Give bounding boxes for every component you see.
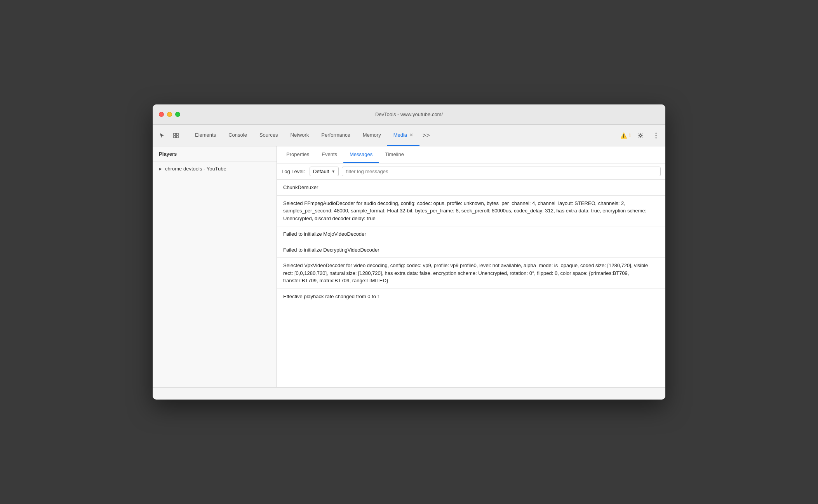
toolbar-icon-group	[156, 129, 187, 142]
message-text: Selected FFmpegAudioDecoder for audio de…	[283, 200, 646, 221]
status-bar	[153, 387, 665, 400]
cursor-icon[interactable]	[156, 129, 168, 142]
tab-media-close[interactable]: ✕	[409, 132, 413, 138]
svg-rect-0	[174, 133, 176, 135]
tab-memory[interactable]: Memory	[357, 125, 387, 146]
toolbar-right: ⚠️ 1	[617, 129, 662, 142]
tab-sources[interactable]: Sources	[253, 125, 284, 146]
filter-input[interactable]	[342, 167, 661, 176]
panel: Properties Events Messages Timeline Log …	[277, 146, 665, 387]
sidebar-arrow-icon: ▶	[159, 167, 162, 171]
kebab-menu-icon[interactable]	[650, 129, 662, 142]
more-tabs-button[interactable]: >>	[419, 132, 433, 139]
minimize-button[interactable]	[167, 112, 172, 117]
sidebar: Players ▶ chrome devtools - YouTube	[153, 146, 277, 387]
close-button[interactable]	[159, 112, 164, 117]
traffic-lights	[159, 112, 180, 117]
main-tabs: Elements Console Sources Network Perform…	[189, 125, 617, 146]
sidebar-header: Players	[153, 146, 277, 162]
message-text: ChunkDemuxer	[283, 184, 318, 190]
message-text: Selected VpxVideoDecoder for video decod…	[283, 262, 648, 283]
svg-point-5	[656, 132, 657, 134]
svg-rect-2	[174, 136, 176, 138]
devtools-window: DevTools - www.youtube.com/ Elements	[153, 104, 665, 400]
svg-rect-1	[176, 133, 178, 135]
messages-list: ChunkDemuxer Selected FFmpegAudioDecoder…	[277, 180, 665, 387]
sidebar-item-label: chrome devtools - YouTube	[165, 166, 226, 172]
log-level-select[interactable]: Default ▼	[310, 167, 339, 176]
inspect-icon[interactable]	[170, 129, 182, 142]
window-title: DevTools - www.youtube.com/	[375, 111, 443, 117]
tab-messages[interactable]: Messages	[343, 146, 379, 163]
log-level-value: Default	[313, 169, 329, 174]
message-row: Failed to initialize MojoVideoDecoder	[277, 226, 665, 242]
tab-events[interactable]: Events	[315, 146, 343, 163]
message-row: Effective playback rate changed from 0 t…	[277, 289, 665, 304]
message-text: Failed to initialize MojoVideoDecoder	[283, 231, 366, 237]
message-row: Selected VpxVideoDecoder for video decod…	[277, 258, 665, 289]
toolbar: Elements Console Sources Network Perform…	[153, 125, 665, 146]
maximize-button[interactable]	[175, 112, 180, 117]
warning-count: 1	[628, 133, 631, 138]
message-text: Failed to initialize DecryptingVideoDeco…	[283, 247, 379, 253]
svg-point-4	[640, 134, 642, 136]
message-text: Effective playback rate changed from 0 t…	[283, 294, 380, 299]
tab-performance[interactable]: Performance	[315, 125, 356, 146]
dropdown-arrow-icon: ▼	[331, 169, 335, 174]
svg-rect-3	[176, 136, 178, 138]
sub-tabs: Properties Events Messages Timeline	[277, 146, 665, 163]
warning-badge[interactable]: ⚠️ 1	[620, 132, 631, 139]
svg-point-7	[656, 137, 657, 138]
settings-icon[interactable]	[634, 129, 647, 142]
log-level-bar: Log Level: Default ▼	[277, 163, 665, 180]
tab-elements[interactable]: Elements	[189, 125, 222, 146]
message-row: ChunkDemuxer	[277, 180, 665, 196]
tab-media[interactable]: Media ✕	[387, 125, 419, 146]
title-bar: DevTools - www.youtube.com/	[153, 104, 665, 125]
main-content: Players ▶ chrome devtools - YouTube Prop…	[153, 146, 665, 387]
tab-network[interactable]: Network	[284, 125, 315, 146]
tab-properties[interactable]: Properties	[280, 146, 315, 163]
message-row: Selected FFmpegAudioDecoder for audio de…	[277, 196, 665, 227]
tab-timeline[interactable]: Timeline	[379, 146, 410, 163]
warning-icon: ⚠️	[620, 132, 627, 139]
tab-console[interactable]: Console	[222, 125, 253, 146]
log-level-label: Log Level:	[282, 169, 305, 174]
sidebar-item-youtube[interactable]: ▶ chrome devtools - YouTube	[153, 162, 277, 176]
message-row: Failed to initialize DecryptingVideoDeco…	[277, 242, 665, 258]
svg-point-6	[656, 135, 657, 136]
